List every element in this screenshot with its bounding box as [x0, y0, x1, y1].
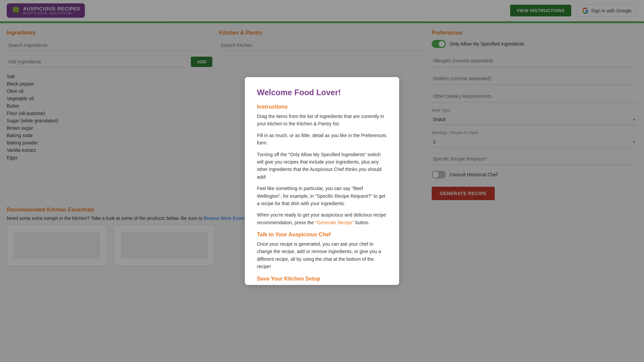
modal-instructions-1: Drag the items from the list of ingredie… [257, 113, 387, 128]
modal-talk-title: Talk to Your Auspicious Chef [257, 232, 387, 238]
modal-instructions-3: Turning off the "Only Allow My Specified… [257, 151, 387, 181]
modal-body: Instructions Drag the items from the lis… [257, 104, 387, 285]
modal-instructions-title: Instructions [257, 104, 387, 110]
modal-overlay[interactable]: Welcome Food Lover! Instructions Drag th… [0, 0, 644, 362]
modal: Welcome Food Lover! Instructions Drag th… [245, 77, 399, 285]
modal-instructions-4: Feel like something in particular, you c… [257, 185, 387, 207]
modal-talk-body: Once your recipe is generated, you can a… [257, 240, 387, 270]
modal-title: Welcome Food Lover! [257, 88, 387, 97]
modal-instructions-2: Fill in as much, or as little, detail as… [257, 132, 387, 147]
modal-instr5-highlight: "Generate Recipe" [315, 220, 354, 225]
modal-instr5-after: button. [354, 220, 370, 225]
modal-save-body: Sign in with Google to save your custom … [257, 285, 387, 285]
modal-save-title: Save Your Kitchen Setup [257, 276, 387, 282]
modal-instructions-5: When you're ready to get your auspicious… [257, 211, 387, 226]
